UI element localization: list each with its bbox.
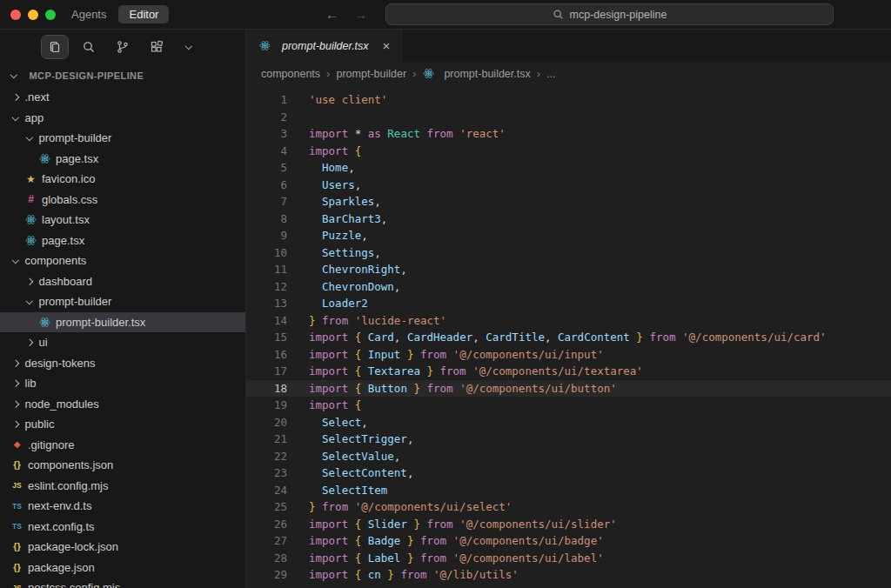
- tree-item[interactable]: dashboard: [0, 271, 245, 292]
- explorer-button[interactable]: [42, 36, 68, 58]
- source-control-button[interactable]: [110, 36, 136, 58]
- code-line[interactable]: 3import * as React from 'react': [246, 125, 891, 143]
- tree-item[interactable]: components: [0, 251, 245, 271]
- line-number: 10: [246, 244, 287, 262]
- code-line[interactable]: 7 Sparkles,: [246, 193, 891, 210]
- editor-pane: prompt-builder.tsx × components›prompt-b…: [246, 30, 891, 588]
- zoom-window-button[interactable]: [45, 10, 56, 20]
- chevron-right-icon: [12, 359, 19, 366]
- star-icon: ★: [24, 174, 37, 184]
- line-number: 1: [246, 91, 287, 109]
- minimize-window-button[interactable]: [28, 10, 38, 20]
- tree-item[interactable]: #globals.css: [0, 190, 245, 210]
- editor-tab[interactable]: prompt-builder.tsx ×: [246, 30, 402, 62]
- code-line[interactable]: 16import { Input } from '@/components/ui…: [246, 346, 891, 364]
- chevron-down-icon: [185, 43, 192, 50]
- breadcrumb-separator: ›: [412, 67, 416, 80]
- code-line[interactable]: 8 BarChart3,: [246, 210, 891, 228]
- tree-item[interactable]: prompt-builder: [0, 128, 245, 149]
- tab-close-button[interactable]: ×: [380, 38, 393, 53]
- code-text: import { Input } from '@/components/ui/i…: [287, 346, 604, 364]
- agents-tab[interactable]: Agents: [71, 8, 106, 21]
- code-line[interactable]: 18import { Button } from '@/components/u…: [246, 380, 891, 398]
- tree-item[interactable]: page.tsx: [0, 231, 245, 251]
- back-button[interactable]: ←: [325, 7, 338, 22]
- line-number: 19: [246, 397, 287, 414]
- command-search-bar[interactable]: mcp-design-pipeline: [385, 3, 834, 25]
- extensions-button[interactable]: [144, 36, 170, 58]
- tree-item[interactable]: JSpostcss.config.mjs: [0, 578, 245, 588]
- editor-tab-toggle[interactable]: Editor: [118, 5, 169, 23]
- code-line[interactable]: 2: [246, 109, 891, 126]
- tree-item[interactable]: ★favicon.ico: [0, 169, 245, 190]
- code-line[interactable]: 20 Select,: [246, 414, 891, 431]
- more-views-button[interactable]: [178, 36, 204, 58]
- tree-item-label: postcss.config.mjs: [28, 581, 120, 588]
- tree-item[interactable]: {}package.json: [0, 558, 245, 578]
- code-line[interactable]: 29import { cn } from '@/lib/utils': [246, 566, 891, 584]
- chevron-right-icon: [12, 400, 19, 407]
- tree-item[interactable]: ◆.gitignore: [0, 435, 245, 456]
- code-text: import { Card, CardHeader, CardTitle, Ca…: [287, 329, 827, 346]
- code-line[interactable]: 24 SelectItem: [246, 482, 891, 499]
- tree-item-label: design-tokens: [25, 357, 96, 370]
- code-line[interactable]: 6 Users,: [246, 177, 891, 194]
- code-line[interactable]: 27import { Badge } from '@/components/ui…: [246, 532, 891, 550]
- git-branch-icon: [116, 40, 130, 54]
- tree-item-label: ui: [39, 336, 48, 349]
- tree-item[interactable]: design-tokens: [0, 353, 245, 374]
- line-number: 4: [246, 143, 287, 160]
- line-number: 2: [246, 109, 287, 126]
- explorer-section-header[interactable]: MCP-DESIGN-PIPELINE: [0, 64, 245, 87]
- code-line[interactable]: 15import { Card, CardHeader, CardTitle, …: [246, 329, 891, 346]
- tree-item[interactable]: app: [0, 108, 245, 129]
- tree-item[interactable]: TSnext.config.ts: [0, 517, 245, 538]
- code-line[interactable]: 25} from '@/components/ui/select': [246, 498, 891, 516]
- code-line[interactable]: 14} from 'lucide-react': [246, 312, 891, 330]
- code-text: import {: [287, 397, 361, 414]
- code-line[interactable]: 9 Puzzle,: [246, 227, 891, 244]
- forward-button[interactable]: →: [354, 7, 367, 22]
- tree-item[interactable]: prompt-builder.tsx: [0, 312, 245, 333]
- tree-item[interactable]: ui: [0, 332, 245, 353]
- line-number: 14: [246, 312, 287, 330]
- code-line[interactable]: 28import { Label } from '@/components/ui…: [246, 550, 891, 567]
- line-number: 23: [246, 464, 287, 482]
- tree-item[interactable]: .next: [0, 87, 245, 108]
- tree-item[interactable]: public: [0, 414, 245, 435]
- code-line[interactable]: 10 Settings,: [246, 244, 891, 262]
- tree-item[interactable]: lib: [0, 373, 245, 394]
- react-icon: [24, 235, 37, 246]
- code-line[interactable]: 26import { Slider } from '@/components/u…: [246, 516, 891, 533]
- code-line[interactable]: 23 SelectContent,: [246, 464, 891, 482]
- code-line[interactable]: 11 ChevronRight,: [246, 261, 891, 278]
- code-line[interactable]: 19import {: [246, 397, 891, 414]
- breadcrumb-item[interactable]: prompt-builder: [336, 68, 406, 80]
- code-line[interactable]: 13 Loader2: [246, 295, 891, 312]
- code-line[interactable]: 5 Home,: [246, 159, 891, 177]
- breadcrumb-item[interactable]: ...: [546, 68, 555, 80]
- tree-item[interactable]: TSnext-env.d.ts: [0, 496, 245, 517]
- close-window-button[interactable]: [10, 10, 21, 20]
- tree-item-label: components.json: [28, 458, 113, 471]
- react-icon: [38, 153, 51, 164]
- code-text: import { Button } from '@/components/ui/…: [287, 380, 617, 398]
- tree-item[interactable]: node_modules: [0, 394, 245, 415]
- tree-item[interactable]: JSeslint.config.mjs: [0, 476, 245, 497]
- code-line[interactable]: 4import {: [246, 143, 891, 160]
- breadcrumb-label: prompt-builder: [336, 68, 406, 80]
- tree-item[interactable]: prompt-builder: [0, 291, 245, 312]
- tree-item[interactable]: layout.tsx: [0, 210, 245, 231]
- breadcrumb-item[interactable]: prompt-builder.tsx: [422, 68, 530, 80]
- tree-item[interactable]: {}package-lock.json: [0, 537, 245, 558]
- tree-item[interactable]: page.tsx: [0, 149, 245, 170]
- tree-item[interactable]: {}components.json: [0, 455, 245, 476]
- code-line[interactable]: 17import { Textarea } from '@/components…: [246, 363, 891, 380]
- code-line[interactable]: 12 ChevronDown,: [246, 278, 891, 296]
- search-view-button[interactable]: [76, 36, 102, 58]
- breadcrumb-item[interactable]: components: [261, 68, 320, 80]
- code-line[interactable]: 22 SelectValue,: [246, 448, 891, 465]
- line-number: 6: [246, 177, 287, 194]
- code-line[interactable]: 21 SelectTrigger,: [246, 431, 891, 448]
- code-line[interactable]: 1'use client': [246, 91, 891, 109]
